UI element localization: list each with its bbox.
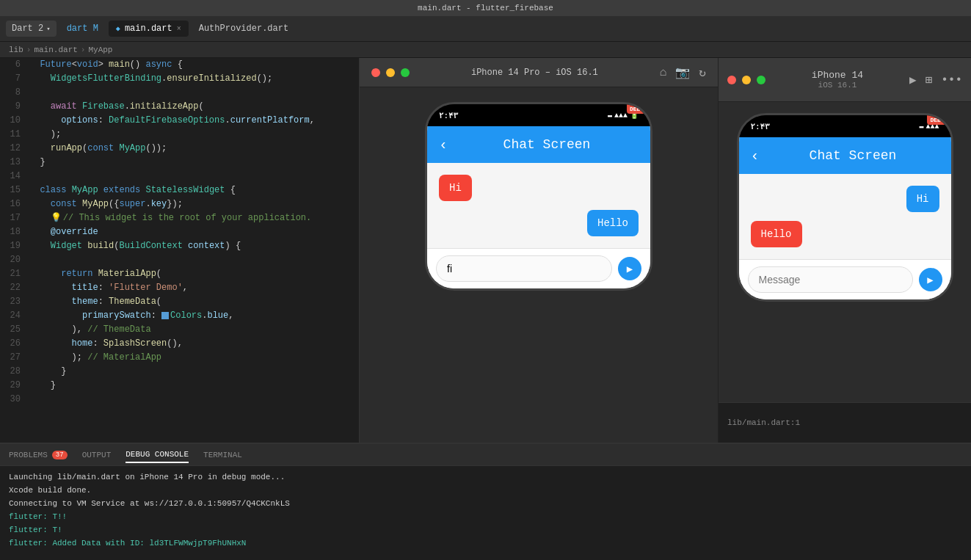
msg-hi-1: Hi (439, 175, 472, 201)
msg-hello-1: Hello (587, 210, 639, 236)
right-sim-title: iPhone 14 (812, 70, 863, 81)
dart-icon: ◆ (116, 24, 120, 33)
msg-hi-2: Hi (906, 186, 939, 212)
code-line-21: 21 return MaterialApp( (0, 267, 359, 281)
simulator-area-1: iPhone 14 Pro – iOS 16.1 ⌂ 📷 ↻ ۲:۴۳ ▬ ▲▲… (360, 58, 718, 443)
send-button-1[interactable]: ▶ (618, 257, 641, 280)
back-button-2[interactable]: ‹ (751, 148, 760, 164)
right-phone-area: ۲:۴۳ ▬ ▲▲▲ DEBUG ‹ Chat Screen Hi (719, 102, 971, 402)
code-line-25: 25 ), // ThemeData (0, 323, 359, 337)
chat-messages-2: Hi Hello (739, 174, 951, 259)
right-panel: iPhone 14 iOS 16.1 ▶ ⊞ ••• ۲:۴۳ ▬ ▲▲▲ (718, 58, 971, 443)
wifi-icon-2: ▬ (919, 123, 923, 131)
rotate-icon-1[interactable]: ↻ (699, 65, 706, 80)
code-line-12: 12 runApp(const MyApp()); (0, 142, 359, 156)
tab-debug-console[interactable]: DEBUG CONSOLE (126, 447, 189, 463)
more-icon-2[interactable]: ••• (941, 73, 962, 87)
log-line-3: Connecting to VM Service at ws://127.0.0… (9, 497, 962, 510)
code-editor[interactable]: 6 Future<void> main() async { 7 WidgetsF… (0, 58, 360, 443)
tab-main-dart-close[interactable]: × (177, 25, 181, 33)
right-title-block: iPhone 14 iOS 16.1 (765, 70, 909, 90)
bottom-tabs: PROBLEMS 37 OUTPUT DEBUG CONSOLE TERMINA… (0, 444, 971, 466)
tab-problems-label: PROBLEMS (9, 451, 48, 459)
chat-input-area-1: ▶ (427, 248, 650, 288)
phone-status-left-1: ۲:۴۳ (439, 111, 458, 120)
code-line-19: 19 Widget build(BuildContext context) { (0, 239, 359, 253)
tab-main-dart-label: main.dart (125, 23, 172, 34)
bottom-right-log: lib/main.dart:1 (719, 402, 971, 443)
tab-dart-m[interactable]: dart M (59, 21, 106, 37)
sim-toolbar-2: ▶ ⊞ ••• (909, 73, 962, 87)
chat-title-1: Chat Screen (455, 137, 639, 152)
screenshot-icon-1[interactable]: 📷 (675, 65, 690, 80)
breadcrumb-sep2: › (81, 46, 86, 54)
code-line-8: 8 (0, 86, 359, 100)
tab-auth-provider[interactable]: AuthProvider.dart (192, 21, 296, 37)
send-icon-2: ▶ (927, 274, 933, 286)
right-top-bar: iPhone 14 iOS 16.1 ▶ ⊞ ••• (719, 58, 971, 102)
breadcrumb: lib › main.dart › MyApp (0, 42, 971, 58)
log-line-4: flutter: T!! (9, 510, 962, 523)
right-sim-subtitle: iOS 16.1 (818, 81, 857, 90)
send-button-2[interactable]: ▶ (919, 268, 942, 291)
phone-status-left-2: ۲:۴۳ (751, 122, 770, 131)
bottom-log-content: Launching lib/main.dart on iPhone 14 Pro… (0, 466, 971, 560)
chat-title-2: Chat Screen (767, 148, 939, 163)
code-line-9: 9 await Firebase.initializeApp( (0, 100, 359, 114)
code-line-24: 24 primarySwatch: Colors.blue, (0, 309, 359, 323)
phone-1: ۲:۴۳ ▬ ▲▲▲ 🔋 DEBUG ‹ Chat Screen (425, 102, 652, 291)
home-icon-1[interactable]: ⌂ (660, 66, 667, 79)
back-button-1[interactable]: ‹ (439, 137, 448, 153)
bottom-panel: PROBLEMS 37 OUTPUT DEBUG CONSOLE TERMINA… (0, 443, 971, 560)
tab-main-dart[interactable]: ◆ main.dart × (109, 21, 189, 37)
traffic-light-green-1[interactable] (401, 68, 410, 77)
code-line-15: 15 class MyApp extends StatelessWidget { (0, 183, 359, 197)
tab-problems[interactable]: PROBLEMS 37 (9, 448, 68, 462)
phone-time-1: ۲:۴۳ (439, 111, 458, 120)
problems-badge: 37 (52, 451, 68, 459)
tab-output[interactable]: OUTPUT (82, 448, 112, 462)
code-line-10: 10 options: DefaultFirebaseOptions.curre… (0, 114, 359, 128)
system-top-bar: main.dart - flutter_firebase (0, 0, 971, 16)
tab-auth-label: AuthProvider.dart (199, 23, 288, 34)
traffic-light-yellow-1[interactable] (386, 68, 395, 77)
chat-input-area-2: ▶ (739, 259, 951, 299)
split-icon-2[interactable]: ⊞ (925, 73, 933, 87)
main-content: 6 Future<void> main() async { 7 WidgetsF… (0, 58, 971, 443)
chat-input-field-1[interactable] (436, 255, 612, 282)
log-line-1: Launching lib/main.dart on iPhone 14 Pro… (9, 470, 962, 484)
code-line-17: 17 💡// This widget is the root of your a… (0, 211, 359, 225)
sim-title-1: iPhone 14 Pro – iOS 16.1 (471, 68, 598, 78)
debug-badge-2: DEBUG (927, 115, 950, 125)
play-icon-2[interactable]: ▶ (909, 73, 917, 87)
sim-traffic-lights-1 (371, 68, 410, 77)
code-line-30: 30 (0, 393, 359, 407)
code-line-7: 7 WidgetsFlutterBinding.ensureInitialize… (0, 72, 359, 86)
phone-status-bar-2: ۲:۴۳ ▬ ▲▲▲ DEBUG (739, 115, 951, 137)
chat-header-2: ‹ Chat Screen (739, 137, 951, 174)
traffic-light-red-2[interactable] (727, 76, 736, 84)
phone-screen-2: ‹ Chat Screen Hi Hello ▶ (739, 137, 951, 299)
sim-title-area-1: iPhone 14 Pro – iOS 16.1 (410, 68, 660, 78)
traffic-light-red-1[interactable] (371, 68, 380, 77)
code-lines: 6 Future<void> main() async { 7 WidgetsF… (0, 58, 359, 443)
dart-dropdown[interactable]: Dart 2 ▾ (6, 21, 57, 37)
code-line-27: 27 ); // MaterialApp (0, 351, 359, 365)
phone-screen-1: ‹ Chat Screen Hi Hello ▶ (427, 126, 650, 288)
msg-hello-2: Hello (751, 221, 802, 247)
code-line-26: 26 home: SplashScreen(), (0, 337, 359, 351)
chat-input-field-2[interactable] (748, 266, 913, 293)
tab-terminal[interactable]: TERMINAL (203, 448, 242, 462)
dart-m-label: dart M (67, 23, 98, 34)
send-icon-1: ▶ (627, 263, 633, 275)
tab-bar: Dart 2 ▾ dart M ◆ main.dart × AuthProvid… (0, 16, 971, 42)
traffic-light-green-2[interactable] (757, 76, 765, 84)
log-line-5: flutter: T! (9, 523, 962, 537)
code-line-18: 18 @override (0, 225, 359, 239)
chat-header-1: ‹ Chat Screen (427, 126, 650, 163)
wifi-icon-1: ▬ (608, 112, 612, 120)
code-line-11: 11 ); (0, 128, 359, 142)
code-line-14: 14 (0, 170, 359, 183)
code-line-22: 22 title: 'Flutter Demo', (0, 281, 359, 295)
traffic-light-yellow-2[interactable] (742, 76, 751, 84)
